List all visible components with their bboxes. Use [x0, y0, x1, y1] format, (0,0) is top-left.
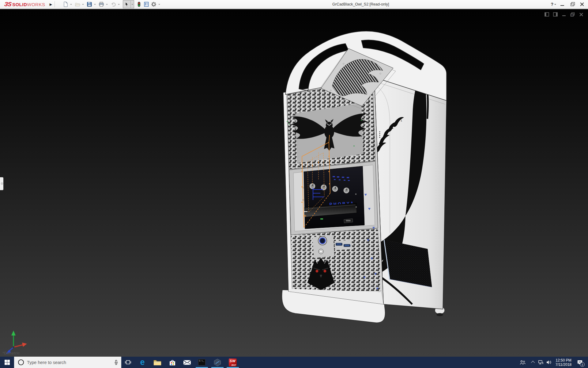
solidworks-2017-icon: SW 2017: [229, 358, 237, 366]
doc-minimize-icon[interactable]: [562, 12, 567, 17]
quick-access-toolbar: [62, 0, 162, 9]
titlebar: ЗS SOLID WORKS ▶: [0, 0, 588, 9]
traffic-light-icon: [136, 2, 142, 7]
form-list-icon: [144, 2, 149, 7]
cad-model-pc-case[interactable]: 1: [270, 12, 453, 328]
reset-button[interactable]: [318, 249, 323, 254]
select-tool-button[interactable]: [123, 1, 130, 8]
save-floppy-icon: [87, 2, 92, 7]
solidworks-logo-glyph: ЗS: [4, 1, 12, 8]
properties-form-button[interactable]: [143, 1, 150, 8]
new-document-dropdown[interactable]: [69, 1, 73, 8]
minimize-button[interactable]: [559, 1, 566, 7]
model-graphics: 1: [282, 31, 447, 323]
options-dropdown[interactable]: [157, 1, 161, 8]
taskbar-search-box[interactable]: [14, 357, 121, 368]
taskbar-app-store[interactable]: [166, 357, 179, 368]
document-window-controls: [545, 12, 584, 17]
windows-logo-icon: [5, 360, 10, 365]
gear-icon: [151, 2, 156, 7]
taskbar-clock[interactable]: 12:50 PM 7/11/2018: [553, 357, 574, 368]
command-prompt-icon: C:\_: [198, 359, 205, 366]
close-button[interactable]: [579, 1, 586, 7]
windows-taskbar: e C:\_: [0, 357, 588, 368]
network-icon: [538, 360, 544, 365]
print-icon: [99, 2, 104, 7]
help-button[interactable]: ?: [551, 2, 556, 7]
select-tool-group: [123, 0, 134, 8]
taskbar-app-edge[interactable]: e: [136, 357, 149, 368]
tray-chevron-button[interactable]: [530, 357, 537, 368]
sketch-annotation-text: 1: [401, 119, 402, 122]
show-pane-left-icon[interactable]: [545, 12, 549, 17]
select-tool-dropdown[interactable]: [130, 0, 134, 8]
new-document-button[interactable]: [62, 1, 69, 8]
volume-button[interactable]: [545, 357, 553, 368]
open-button[interactable]: [74, 1, 81, 8]
taskbar-app-hexagon[interactable]: [211, 357, 224, 368]
file-explorer-icon: [153, 359, 161, 366]
document-title: GrCadBlack_Owl_S2 [Read-only]: [332, 0, 389, 9]
hexagon-app-icon: [213, 358, 221, 366]
action-center-button[interactable]: 2: [575, 357, 585, 368]
start-button[interactable]: [0, 357, 14, 368]
cortana-icon: [18, 359, 24, 365]
menu-flyout-arrow-button[interactable]: ▶: [48, 1, 53, 7]
microphone-icon[interactable]: [114, 360, 118, 365]
solidworks-logo: ЗS SOLID WORKS: [4, 0, 45, 9]
edge-icon: e: [140, 358, 145, 366]
open-dropdown[interactable]: [81, 1, 85, 8]
front-lower-mesh: [291, 229, 381, 292]
search-input[interactable]: [27, 360, 114, 365]
undo-dropdown[interactable]: [117, 1, 120, 8]
clock-time: 12:50 PM: [556, 358, 571, 362]
mail-icon: [183, 360, 191, 365]
open-folder-icon: [75, 2, 80, 7]
window-controls: ?: [551, 0, 586, 9]
graphics-viewport[interactable]: 1: [0, 9, 588, 357]
print-dropdown[interactable]: [105, 1, 108, 8]
view-orientation-label: *Dimetric: [2, 351, 20, 355]
people-icon: [520, 360, 526, 365]
doc-restore-icon[interactable]: [570, 12, 575, 17]
undo-button[interactable]: [110, 1, 117, 8]
store-icon: [169, 359, 176, 366]
save-dropdown[interactable]: [93, 1, 96, 8]
power-button[interactable]: [318, 236, 327, 245]
restore-button[interactable]: [569, 1, 576, 7]
featuremanager-flyout-tab[interactable]: [0, 177, 3, 190]
save-button[interactable]: [86, 1, 93, 8]
toolbar-separator: [55, 1, 55, 7]
taskbar-app-command-prompt[interactable]: C:\_: [195, 357, 209, 368]
new-document-icon: [63, 2, 68, 7]
people-button[interactable]: [519, 357, 527, 368]
task-view-button[interactable]: [121, 357, 135, 368]
options-button[interactable]: [150, 1, 157, 8]
eject-button-pill: [346, 220, 351, 221]
show-pane-right-icon[interactable]: [553, 12, 558, 17]
notification-badge: 2: [580, 362, 585, 367]
taskbar-app-mail[interactable]: [180, 357, 194, 368]
clock-date: 7/11/2018: [556, 362, 572, 367]
drive-led: [320, 218, 323, 220]
case-rear-foot-pad: [436, 313, 443, 316]
taskbar-app-file-explorer[interactable]: [151, 357, 164, 368]
select-cursor-icon: [124, 2, 130, 7]
taskbar-app-solidworks[interactable]: SW 2017: [226, 357, 239, 368]
task-view-icon: [125, 360, 131, 365]
interference-check-button[interactable]: [135, 1, 143, 8]
doc-close-icon[interactable]: [579, 12, 584, 17]
print-button[interactable]: [98, 1, 105, 8]
undo-icon: [111, 2, 116, 7]
speaker-icon: [546, 360, 552, 365]
network-button[interactable]: [537, 357, 545, 368]
